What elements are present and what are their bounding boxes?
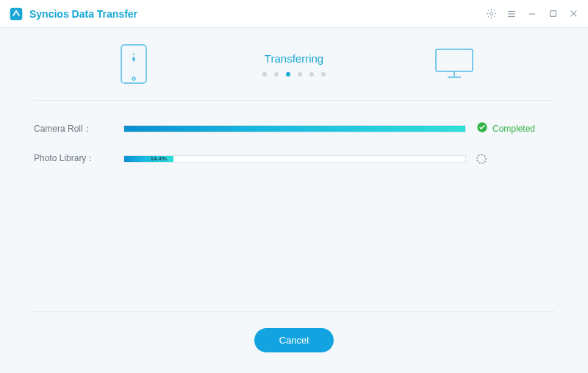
progress-row: Camera Roll：Completed <box>34 121 554 136</box>
progress-label: Photo Library： <box>34 152 113 165</box>
window-controls <box>485 8 579 20</box>
phone-apple-icon <box>121 44 147 84</box>
maximize-icon[interactable] <box>547 8 559 20</box>
app-title: Syncios Data Transfer <box>29 8 137 20</box>
progress-label: Camera Roll： <box>34 123 113 135</box>
monitor-icon <box>434 48 474 80</box>
app-window: Syncios Data Transfer <box>0 0 588 373</box>
title-bar: Syncios Data Transfer <box>0 0 588 28</box>
progress-percent-text: 14.4% <box>150 155 167 163</box>
progress-bar <box>123 125 466 132</box>
divider <box>34 311 554 312</box>
progress-row: Photo Library：14.4% <box>34 152 554 165</box>
menu-icon[interactable] <box>506 8 517 20</box>
close-icon[interactable] <box>567 8 579 20</box>
progress-bar: 14.4% <box>123 155 466 163</box>
progress-dot <box>309 72 314 77</box>
transfer-header: Transferring <box>0 44 588 84</box>
transfer-title: Transferring <box>265 52 323 65</box>
progress-bar-fill <box>124 126 465 132</box>
progress-status <box>476 154 554 164</box>
svg-point-10 <box>132 77 135 80</box>
footer: Cancel <box>0 311 588 373</box>
svg-rect-6 <box>550 11 556 17</box>
progress-dot <box>298 72 302 77</box>
minimize-icon[interactable] <box>526 8 538 20</box>
source-device <box>113 44 154 84</box>
app-logo-icon <box>9 7 24 21</box>
check-circle-icon <box>476 121 488 136</box>
progress-dot <box>321 72 326 77</box>
target-device <box>434 48 475 80</box>
svg-point-1 <box>490 13 492 15</box>
progress-dots <box>262 72 326 77</box>
progress-status: Completed <box>476 121 554 136</box>
gear-icon[interactable] <box>485 8 497 20</box>
progress-list: Camera Roll：CompletedPhoto Library：14.4% <box>0 101 588 181</box>
svg-rect-0 <box>10 7 23 20</box>
transfer-status: Transferring <box>235 52 353 77</box>
status-text: Completed <box>492 124 535 134</box>
svg-rect-11 <box>436 49 473 71</box>
spinner-icon <box>476 154 487 164</box>
progress-dot <box>274 72 279 77</box>
cancel-button[interactable]: Cancel <box>254 328 334 352</box>
progress-dot <box>262 72 267 77</box>
progress-dot <box>286 72 290 77</box>
